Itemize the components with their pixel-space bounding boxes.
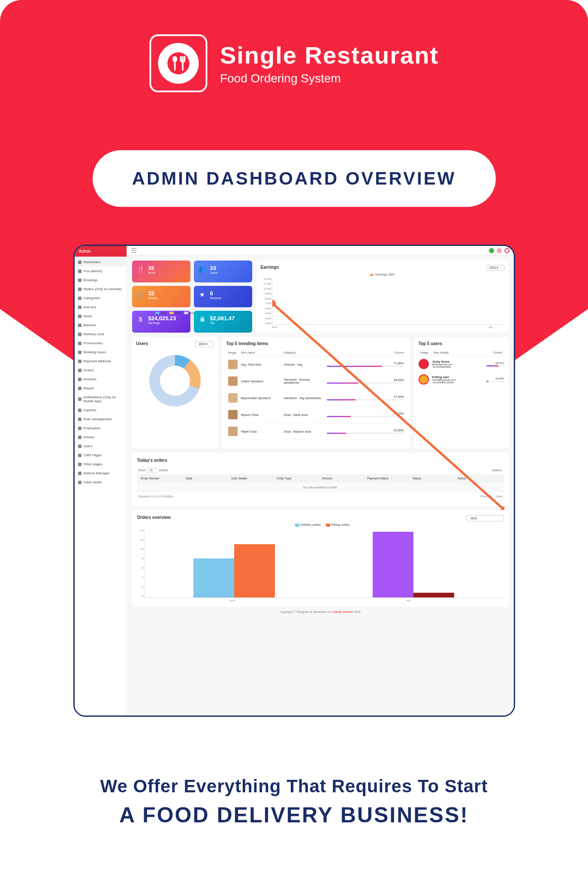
- dashboard-body: 🍴 35items 👥 33Users 🛒 32Orders ★ 6Review…: [127, 255, 514, 715]
- footer-link[interactable]: Gravity Infotech: [332, 610, 353, 613]
- bar-delivery-june: [193, 558, 234, 597]
- menu-icon: [78, 333, 81, 336]
- sidebar-item[interactable]: Working Hours: [75, 348, 127, 357]
- sidebar-item[interactable]: Bookings: [75, 276, 127, 285]
- food-thumb: [228, 360, 238, 369]
- star-icon: ★: [198, 290, 207, 299]
- year-select[interactable]: 2022 ▾: [196, 341, 214, 347]
- stat-items[interactable]: 🍴 35items: [132, 261, 190, 282]
- svg-point-0: [167, 52, 189, 74]
- earnings-title: Earnings: [261, 265, 504, 270]
- column-header[interactable]: Date: [184, 477, 229, 480]
- sidebar: Admin DashboardPos (addon)BookingsSlider…: [75, 246, 127, 715]
- menu-icon: [78, 409, 81, 412]
- bar-delivery-july: [373, 532, 413, 597]
- sidebar-item[interactable]: Delivery zone: [75, 330, 127, 339]
- menu-icon: [78, 436, 81, 439]
- spoon-fork-icon: [166, 52, 190, 75]
- food-thumb: [228, 427, 238, 436]
- banner-title: ADMIN DASHBOARD OVERVIEW: [93, 150, 496, 207]
- menu-icon: [78, 445, 81, 448]
- menu-icon: [78, 279, 81, 282]
- sidebar-item[interactable]: Inquiries: [75, 406, 127, 415]
- marketing-line2: A FOOD DELIVERY BUSINESS!: [0, 803, 588, 827]
- menu-icon: [78, 378, 81, 381]
- stat-reviews[interactable]: ★ 6Reviews: [194, 286, 252, 308]
- menu-icon: [78, 472, 81, 475]
- bar-group-june: [193, 529, 275, 597]
- sidebar-item[interactable]: Role management: [75, 415, 127, 424]
- bar-group-july: [373, 529, 454, 597]
- sidebar-item[interactable]: Pos (addon): [75, 267, 127, 276]
- logo-block: Single Restaurant Food Ordering System: [149, 34, 439, 92]
- stat-grid: 🍴 35items 👥 33Users 🛒 32Orders ★ 6Review…: [132, 261, 252, 333]
- sidebar-item[interactable]: Orders: [75, 366, 127, 375]
- sidebar-item[interactable]: Users: [75, 442, 127, 451]
- hamburger-icon[interactable]: [131, 249, 136, 253]
- menu-icon: [78, 454, 81, 457]
- footer-copyright: Copyright © Designed & Developed by Grav…: [132, 610, 509, 613]
- cart-icon: 🛒: [136, 290, 145, 299]
- logo-title: Single Restaurant: [220, 41, 439, 69]
- orders-overview-card: Orders overview 2022 Delivery orders Pic…: [132, 510, 509, 607]
- logo-subtitle: Food Ordering System: [220, 72, 439, 85]
- menu-icon: [78, 324, 81, 327]
- sidebar-item[interactable]: Sliders (Only for website): [75, 285, 127, 294]
- logo-icon-box: [149, 34, 207, 92]
- status-icon[interactable]: [489, 248, 494, 253]
- year-select[interactable]: 2022: [467, 515, 504, 521]
- menu-icon: [78, 351, 81, 354]
- sidebar-item[interactable]: Promocodes: [75, 339, 127, 348]
- sidebar-item[interactable]: Clear cache: [75, 478, 127, 487]
- sidebar-item[interactable]: Banners: [75, 321, 127, 330]
- column-header[interactable]: User details: [229, 477, 275, 480]
- sidebar-item[interactable]: Add-ons: [75, 303, 127, 312]
- sidebar-item[interactable]: Items: [75, 312, 127, 321]
- menu-icon: [78, 387, 81, 390]
- menu-icon: [78, 369, 81, 372]
- sidebar-item[interactable]: Notifications (Only for Mobile app): [75, 393, 127, 406]
- page-size-select[interactable]: 10: [147, 468, 157, 473]
- menu-icon: [78, 360, 81, 363]
- menu-icon: [78, 481, 81, 484]
- earnings-chart: 12,00011,00010,0009,0008,0007,0006,0005,…: [272, 278, 504, 325]
- svg-line-1: [272, 303, 504, 510]
- menu-icon: [78, 418, 81, 421]
- stat-tax[interactable]: 🖩 $2,081.47Tax: [194, 311, 252, 333]
- overview-bar-chart: 14121086420: [144, 529, 504, 598]
- sidebar-item[interactable]: Report: [75, 384, 127, 393]
- menu-icon: [78, 306, 81, 309]
- menu-icon: [78, 342, 81, 345]
- menu-icon: [78, 288, 81, 291]
- dashboard-frame: Admin DashboardPos (addon)BookingsSlider…: [73, 245, 515, 717]
- earnings-card: Earnings 2022 ▾ Earnings 2022 12,00011,0…: [256, 261, 509, 333]
- year-select[interactable]: 2022 ▾: [486, 265, 504, 271]
- overview-legend: Delivery orders Pickup orders: [137, 523, 504, 527]
- sidebar-item[interactable]: CMS Pages: [75, 451, 127, 460]
- sidebar-title: Admin: [75, 246, 127, 257]
- sidebar-item[interactable]: Reviews: [75, 375, 127, 384]
- stat-users[interactable]: 👥 33Users: [194, 261, 252, 282]
- menu-icon: [78, 270, 81, 273]
- column-header[interactable]: Order Number: [139, 477, 184, 480]
- sidebar-item[interactable]: Dashboard: [75, 258, 127, 267]
- notification-icon[interactable]: [497, 248, 502, 253]
- sidebar-item[interactable]: Categories: [75, 294, 127, 303]
- menu-icon: [78, 397, 81, 401]
- bar-pickup-june: [234, 544, 275, 597]
- food-thumb: [228, 410, 238, 419]
- topbar: [127, 246, 514, 255]
- sidebar-item[interactable]: Payment Methods: [75, 357, 127, 366]
- earnings-legend: Earnings 2022: [261, 273, 504, 276]
- calculator-icon: 🖩: [198, 315, 207, 324]
- sidebar-item[interactable]: Employees: [75, 424, 127, 433]
- menu-icon: [78, 427, 81, 430]
- sidebar-item[interactable]: Addons Manager: [75, 469, 127, 478]
- users-icon: 👥: [198, 265, 207, 273]
- stat-orders[interactable]: 🛒 32Orders: [132, 286, 190, 308]
- food-thumb: [228, 376, 238, 386]
- food-thumb: [228, 393, 238, 403]
- sidebar-item[interactable]: Drivers: [75, 433, 127, 442]
- sidebar-item[interactable]: Other pages: [75, 460, 127, 469]
- avatar-icon[interactable]: [504, 248, 510, 253]
